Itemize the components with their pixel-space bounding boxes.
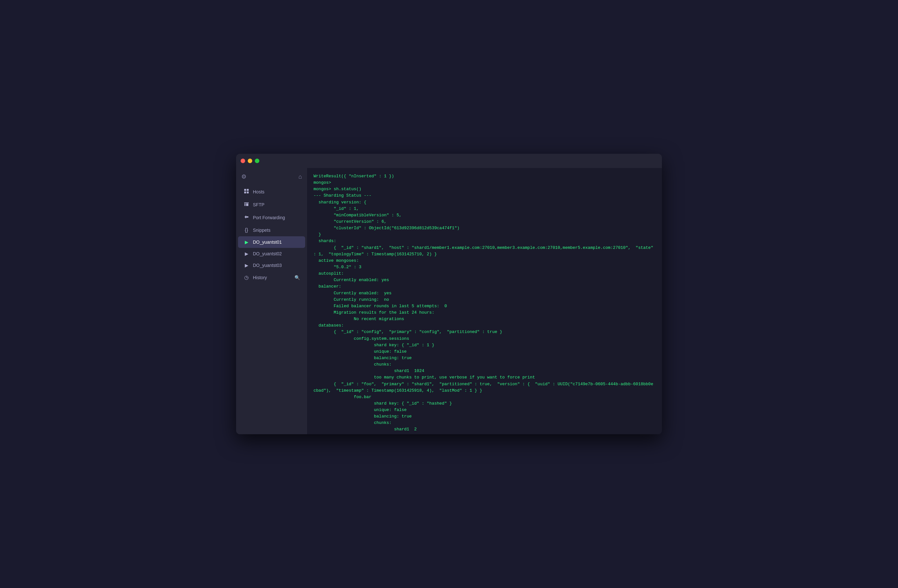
terminal-line: chunks: xyxy=(314,420,655,426)
svg-rect-0 xyxy=(244,189,246,191)
terminal-line: shard key: { "_id" : 1 } xyxy=(314,342,655,349)
terminal-line: databases: xyxy=(314,322,655,329)
terminal-line: WriteResult({ "nInserted" : 1 }) xyxy=(314,173,655,180)
port-forwarding-label: Port Forwarding xyxy=(253,215,300,220)
terminal-line: { "_id" : "foo", "primary" : "shard1", "… xyxy=(314,381,655,394)
terminal-line: autosplit: xyxy=(314,270,655,277)
do-yuantst03-label: DO_yuantst03 xyxy=(253,263,300,268)
sidebar-item-do-yuantst01[interactable]: ▶ DO_yuantst01 xyxy=(238,236,305,248)
port-forwarding-icon xyxy=(243,214,250,221)
terminal-line: unique: false xyxy=(314,349,655,355)
terminal-line: active mongoses: xyxy=(314,258,655,264)
do-yuantst02-label: DO_yuantst02 xyxy=(253,251,300,256)
terminal-line: Currently enabled: yes xyxy=(314,277,655,283)
sftp-label: SFTP xyxy=(253,202,300,207)
terminal-2-icon: ▶ xyxy=(243,252,250,256)
terminal-line: "_id" : 1, xyxy=(314,206,655,212)
terminal-line: shard1 2 xyxy=(314,426,655,433)
terminal-line: sharding version: { xyxy=(314,199,655,206)
terminal-line: { "_id" : "config", "primary" : "config"… xyxy=(314,329,655,335)
close-button[interactable] xyxy=(241,159,245,163)
svg-rect-3 xyxy=(247,192,249,193)
settings-icon[interactable]: ⚙ xyxy=(241,173,246,180)
terminal-line: mongos> sh.status() xyxy=(314,186,655,192)
terminal-line: --- Sharding Status --- xyxy=(314,192,655,199)
sidebar-item-do-yuantst02[interactable]: ▶ DO_yuantst02 xyxy=(238,248,305,259)
svg-rect-1 xyxy=(247,189,249,191)
terminal-line: too many chunks to print, use verbose if… xyxy=(314,374,655,381)
sidebar-item-port-forwarding[interactable]: Port Forwarding xyxy=(238,211,305,224)
terminal-line: "currentVersion" : 6, xyxy=(314,218,655,225)
terminal-line: { "_id" : "shard1", "host" : "shard1/mem… xyxy=(314,245,655,258)
sidebar-item-history[interactable]: ◷ History 🔍 xyxy=(238,271,305,284)
terminal-line: mongos> xyxy=(314,180,655,186)
hosts-icon xyxy=(243,189,250,195)
terminal-line: No recent migrations xyxy=(314,316,655,322)
terminal-line: } xyxy=(314,232,655,238)
titlebar xyxy=(236,154,662,168)
terminal-line: foo.bar xyxy=(314,394,655,401)
terminal-3-icon: ▶ xyxy=(243,263,250,268)
terminal-line: config.system.sessions xyxy=(314,336,655,342)
terminal-line: Migration results for the last 24 hours: xyxy=(314,310,655,316)
terminal-output[interactable]: WriteResult({ "nInserted" : 1 })mongos> … xyxy=(307,168,662,434)
terminal-line: "5.0.2" : 3 xyxy=(314,264,655,270)
traffic-lights xyxy=(241,159,259,163)
sidebar-item-do-yuantst03[interactable]: ▶ DO_yuantst03 xyxy=(238,259,305,271)
terminal-line: shard1 1024 xyxy=(314,368,655,374)
snippets-label: Snippets xyxy=(253,227,300,233)
terminal-line: { "_id" : { "$minKey" : 1 } } -->> { "_i… xyxy=(314,433,655,434)
snippets-icon: {} xyxy=(243,227,250,233)
sidebar-item-snippets[interactable]: {} Snippets xyxy=(238,224,305,236)
terminal-line: balancer: xyxy=(314,283,655,290)
maximize-button[interactable] xyxy=(255,159,259,163)
app-window: ⚙ ⌂ Hosts xyxy=(236,154,662,434)
terminal-line: "minCompatibleVersion" : 5, xyxy=(314,212,655,218)
terminal-line: balancing: true xyxy=(314,413,655,420)
terminal-line: shard key: { "_id" : "hashed" } xyxy=(314,401,655,407)
sidebar-item-hosts[interactable]: Hosts xyxy=(238,185,305,198)
home-icon[interactable]: ⌂ xyxy=(298,173,302,180)
terminal-line: Failed balancer rounds in last 5 attempt… xyxy=(314,303,655,310)
terminal-line: unique: false xyxy=(314,407,655,413)
terminal-line: "clusterId" : ObjectId("613d92396d812d53… xyxy=(314,225,655,232)
history-icon: ◷ xyxy=(243,274,250,281)
sidebar-top-icons: ⚙ ⌂ xyxy=(236,170,307,185)
do-yuantst01-label: DO_yuantst01 xyxy=(253,239,300,245)
app-body: ⚙ ⌂ Hosts xyxy=(236,168,662,434)
sidebar: ⚙ ⌂ Hosts xyxy=(236,168,307,434)
terminal-line: Currently running: no xyxy=(314,296,655,303)
terminal-line: chunks: xyxy=(314,361,655,368)
terminal-1-icon: ▶ xyxy=(243,240,250,245)
history-label: History xyxy=(253,275,291,280)
sftp-icon xyxy=(243,201,250,208)
sidebar-item-sftp[interactable]: SFTP xyxy=(238,198,305,211)
svg-rect-2 xyxy=(244,192,246,193)
terminal-line: shards: xyxy=(314,238,655,244)
history-search-icon[interactable]: 🔍 xyxy=(295,275,300,280)
terminal-line: Currently enabled: yes xyxy=(314,290,655,296)
minimize-button[interactable] xyxy=(248,159,252,163)
terminal-line: balancing: true xyxy=(314,355,655,361)
hosts-label: Hosts xyxy=(253,189,300,194)
